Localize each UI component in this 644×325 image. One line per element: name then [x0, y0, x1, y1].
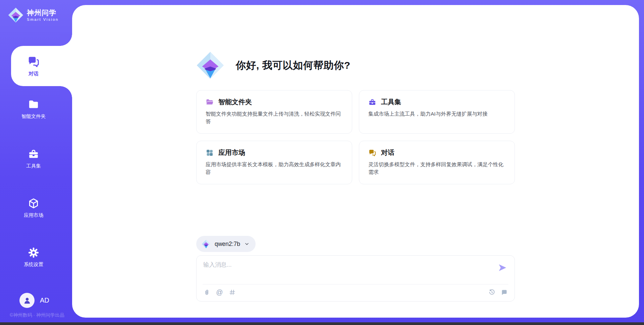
sidebar-footer-credit: ©神州数码 · 神州问学出品: [3, 312, 71, 318]
app-logo: 神州问学 Smart Vision: [8, 7, 59, 23]
history-icon[interactable]: [488, 289, 495, 296]
card-smart-folder[interactable]: 智能文件夹 智能文件夹功能支持批量文件上传与清洗，轻松实现文件问答: [196, 90, 352, 134]
person-icon: [23, 296, 32, 305]
chat-bubbles-icon: [368, 149, 376, 157]
sidebar-item-label: 对话: [29, 71, 39, 77]
gem-diamond-icon: [196, 51, 224, 79]
card-chat[interactable]: 对话 灵活切换多模型文件，支持多样回复效果调试，满足个性化需求: [359, 141, 515, 184]
sidebar-item-smart-folder[interactable]: 智能文件夹: [0, 99, 67, 120]
chat-filled-icon[interactable]: [501, 289, 508, 296]
card-title: 应用市场: [218, 148, 245, 157]
card-app-market[interactable]: 应用市场 应用市场提供丰富长文本模板，助力高效生成多样化文章内容: [196, 141, 352, 184]
paperclip-icon[interactable]: [203, 289, 210, 296]
card-description: 灵活切换多模型文件，支持多样回复效果调试，满足个性化需求: [368, 160, 505, 176]
chat-bubbles-icon: [27, 55, 40, 68]
sidebar-item-settings[interactable]: 系统设置: [0, 247, 67, 268]
gem-diamond-icon: [202, 240, 211, 249]
sidebar: 神州问学 Smart Vision 对话 智能文件夹 工具集: [0, 0, 72, 325]
card-description: 智能文件夹功能支持批量文件上传与清洗，轻松实现文件问答: [206, 110, 343, 126]
cube-icon: [28, 198, 39, 209]
folder-icon: [28, 99, 39, 110]
feature-cards: 智能文件夹 智能文件夹功能支持批量文件上传与清洗，轻松实现文件问答 工具集 集成…: [196, 90, 515, 184]
gear-icon: [28, 247, 39, 258]
user-account[interactable]: AD: [19, 293, 49, 308]
send-icon[interactable]: [498, 263, 507, 272]
avatar: [19, 293, 35, 308]
composer-toolbar: @: [203, 287, 508, 297]
at-mention-icon[interactable]: @: [216, 289, 223, 296]
message-composer: @: [196, 255, 515, 302]
grid-tiles-icon: [206, 149, 214, 157]
toolbox-icon: [368, 98, 376, 106]
card-toolset[interactable]: 工具集 集成市场上主流工具，助力AI与外界无缝扩展与对接: [359, 90, 515, 134]
sidebar-item-label: 应用市场: [24, 212, 43, 218]
gem-diamond-icon: [8, 7, 23, 23]
card-description: 应用市场提供丰富长文本模板，助力高效生成多样化文章内容: [206, 160, 343, 176]
user-name: AD: [40, 297, 49, 304]
model-name: qwen2:7b: [215, 241, 240, 248]
sidebar-item-label: 系统设置: [24, 261, 43, 268]
sidebar-item-label: 工具集: [26, 163, 41, 169]
screen-bottom-edge: [0, 322, 644, 325]
card-description: 集成市场上主流工具，助力AI与外界无缝扩展与对接: [368, 110, 505, 118]
main-panel: 你好, 我可以如何帮助你? 智能文件夹 智能文件夹功能支持批量文件上传与清洗，轻…: [72, 5, 639, 318]
sidebar-item-label: 智能文件夹: [21, 113, 46, 120]
sidebar-item-toolset[interactable]: 工具集: [0, 148, 67, 169]
message-input[interactable]: [203, 261, 491, 281]
sidebar-item-chat[interactable]: 对话: [11, 46, 72, 86]
open-folder-icon: [206, 98, 214, 106]
page-title: 你好, 我可以如何帮助你?: [236, 59, 351, 72]
hash-icon[interactable]: [229, 289, 236, 296]
sidebar-item-app-market[interactable]: 应用市场: [0, 198, 67, 218]
composer-divider: [203, 284, 508, 284]
brand-subtitle: Smart Vision: [27, 17, 59, 21]
toolbox-icon: [28, 148, 39, 160]
model-selector[interactable]: qwen2:7b: [196, 236, 256, 252]
card-title: 智能文件夹: [218, 97, 252, 107]
brand-name: 神州问学: [27, 9, 59, 16]
greeting-block: 你好, 我可以如何帮助你?: [196, 51, 515, 79]
card-title: 工具集: [381, 97, 401, 107]
chevron-down-icon: [244, 241, 250, 247]
card-title: 对话: [381, 148, 394, 157]
